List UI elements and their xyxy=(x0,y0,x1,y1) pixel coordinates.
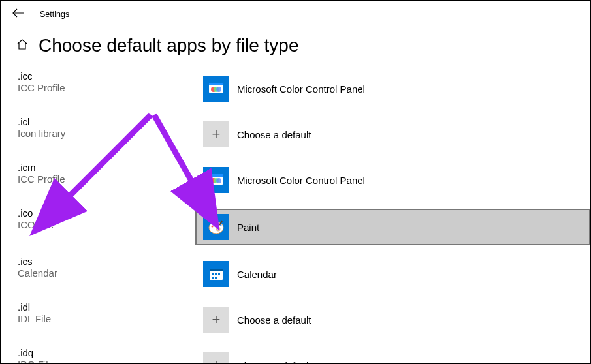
svg-rect-18 xyxy=(210,269,223,271)
extension-label: .ico xyxy=(18,207,197,219)
plus-icon: + xyxy=(203,352,229,364)
app-picker-icm[interactable]: Microsoft Color Control Panel xyxy=(197,163,590,197)
svg-rect-1 xyxy=(209,83,223,85)
app-name-label: Calendar xyxy=(237,269,277,280)
svg-rect-19 xyxy=(212,273,214,275)
extension-label: .idq xyxy=(18,347,197,359)
app-name-label: Microsoft Color Control Panel xyxy=(237,83,365,95)
extension-desc: ICC Profile xyxy=(18,82,197,94)
app-name-label: Paint xyxy=(237,222,259,233)
extension-label: .icc xyxy=(18,70,197,82)
back-button[interactable] xyxy=(8,6,28,22)
app-picker-ico[interactable]: Paint xyxy=(195,209,590,245)
svg-point-13 xyxy=(212,226,214,228)
mccp-icon xyxy=(203,76,229,102)
window-title: Settings xyxy=(40,10,69,19)
svg-point-15 xyxy=(217,222,219,224)
plus-icon: + xyxy=(203,121,229,147)
extension-label: .idl xyxy=(18,301,197,313)
extension-desc: ICO File xyxy=(18,219,197,231)
extension-desc: ICC Profile xyxy=(18,174,197,185)
svg-point-9 xyxy=(216,178,221,183)
extension-desc: IDL File xyxy=(18,313,197,325)
app-picker-icl[interactable]: + Choose a default xyxy=(197,117,590,151)
mccp-icon xyxy=(203,167,229,193)
app-name-label: Microsoft Color Control Panel xyxy=(237,175,365,186)
app-picker-icc[interactable]: Microsoft Color Control Panel xyxy=(197,72,590,106)
app-name-label: Choose a default xyxy=(237,129,311,140)
svg-point-12 xyxy=(216,227,220,231)
extension-desc: Icon library xyxy=(18,128,197,140)
home-icon[interactable] xyxy=(16,38,28,53)
extension-desc: IDQ File xyxy=(18,359,197,364)
extension-label: .icl xyxy=(18,116,197,128)
svg-rect-22 xyxy=(212,277,214,279)
extension-label: .icm xyxy=(18,162,197,174)
app-name-label: Choose a default xyxy=(237,314,311,326)
svg-point-14 xyxy=(214,223,216,225)
svg-rect-21 xyxy=(218,273,220,275)
extension-desc: Calendar xyxy=(18,267,197,279)
app-picker-idl[interactable]: + Choose a default xyxy=(197,303,590,337)
app-name-label: Choose a default xyxy=(237,360,311,365)
app-picker-idq[interactable]: + Choose a default xyxy=(197,348,590,364)
app-picker-ics[interactable]: Calendar xyxy=(197,257,590,291)
paint-icon xyxy=(203,214,229,240)
calendar-icon xyxy=(203,261,229,287)
page-title: Choose default apps by file type xyxy=(39,35,298,56)
svg-rect-23 xyxy=(215,277,217,279)
svg-rect-20 xyxy=(215,273,217,275)
extension-label: .ics xyxy=(18,256,197,267)
plus-icon: + xyxy=(203,307,229,333)
svg-rect-6 xyxy=(209,174,223,177)
svg-point-4 xyxy=(216,87,221,92)
